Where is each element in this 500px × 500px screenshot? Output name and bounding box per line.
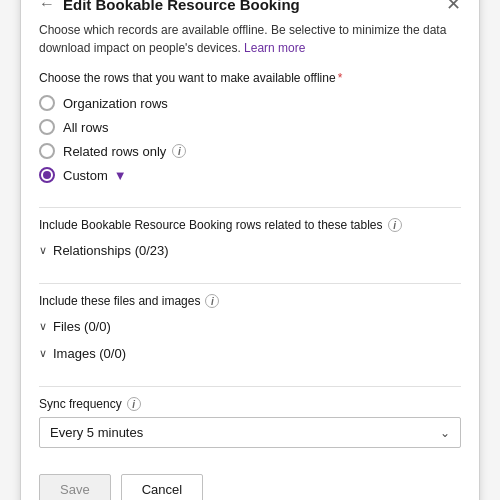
files-label: Files (0/0) [53, 319, 111, 334]
footer-buttons: Save Cancel [39, 464, 461, 500]
radio-org[interactable]: Organization rows [39, 95, 461, 111]
divider-2 [39, 283, 461, 284]
radio-circle-all [39, 119, 55, 135]
divider-1 [39, 207, 461, 208]
radio-circle-related [39, 143, 55, 159]
radio-circle-custom [39, 167, 55, 183]
images-collapsible[interactable]: ∨ Images (0/0) [39, 343, 461, 364]
info-icon-sync: i [127, 397, 141, 411]
relationships-collapsible[interactable]: ∨ Relationships (0/23) [39, 240, 461, 261]
save-button[interactable]: Save [39, 474, 111, 500]
info-icon-files: i [205, 294, 219, 308]
back-button[interactable]: ← [39, 0, 55, 13]
images-label: Images (0/0) [53, 346, 126, 361]
radio-group: Organization rows All rows Related rows … [39, 95, 461, 183]
chevron-files: ∨ [39, 320, 47, 333]
sync-section: Sync frequency i Every 5 minutes ⌄ [39, 397, 461, 448]
edit-dialog: ← Edit Bookable Resource Booking ✕ Choos… [20, 0, 480, 500]
radio-all[interactable]: All rows [39, 119, 461, 135]
info-icon-related: i [172, 144, 186, 158]
dropdown-chevron: ⌄ [440, 426, 450, 440]
divider-3 [39, 386, 461, 387]
radio-circle-org [39, 95, 55, 111]
learn-more-link[interactable]: Learn more [244, 41, 305, 55]
radio-label-org: Organization rows [63, 96, 168, 111]
header-left: ← Edit Bookable Resource Booking [39, 0, 300, 13]
info-icon-related-tables: i [388, 218, 402, 232]
cancel-button[interactable]: Cancel [121, 474, 203, 500]
radio-label-custom: Custom ▼ [63, 168, 127, 183]
sync-value: Every 5 minutes [50, 425, 143, 440]
files-collapsible[interactable]: ∨ Files (0/0) [39, 316, 461, 337]
dialog-title: Edit Bookable Resource Booking [63, 0, 300, 13]
radio-label-related: Related rows only i [63, 144, 186, 159]
chevron-images: ∨ [39, 347, 47, 360]
radio-custom[interactable]: Custom ▼ [39, 167, 461, 183]
rows-section-label: Choose the rows that you want to make av… [39, 71, 461, 85]
include-related-title: Include Bookable Resource Booking rows r… [39, 218, 461, 232]
radio-label-all: All rows [63, 120, 109, 135]
chevron-relationships: ∨ [39, 244, 47, 257]
include-related-section: Include Bookable Resource Booking rows r… [39, 218, 461, 261]
radio-related[interactable]: Related rows only i [39, 143, 461, 159]
filter-icon: ▼ [114, 168, 127, 183]
dialog-header: ← Edit Bookable Resource Booking ✕ [39, 0, 461, 13]
dialog-description: Choose which records are available offli… [39, 21, 461, 57]
files-section-title: Include these files and images i [39, 294, 461, 308]
sync-label: Sync frequency i [39, 397, 461, 411]
close-button[interactable]: ✕ [446, 0, 461, 13]
sync-frequency-dropdown[interactable]: Every 5 minutes ⌄ [39, 417, 461, 448]
relationships-label: Relationships (0/23) [53, 243, 169, 258]
radio-dot-custom [43, 171, 51, 179]
files-images-section: Include these files and images i ∨ Files… [39, 294, 461, 364]
